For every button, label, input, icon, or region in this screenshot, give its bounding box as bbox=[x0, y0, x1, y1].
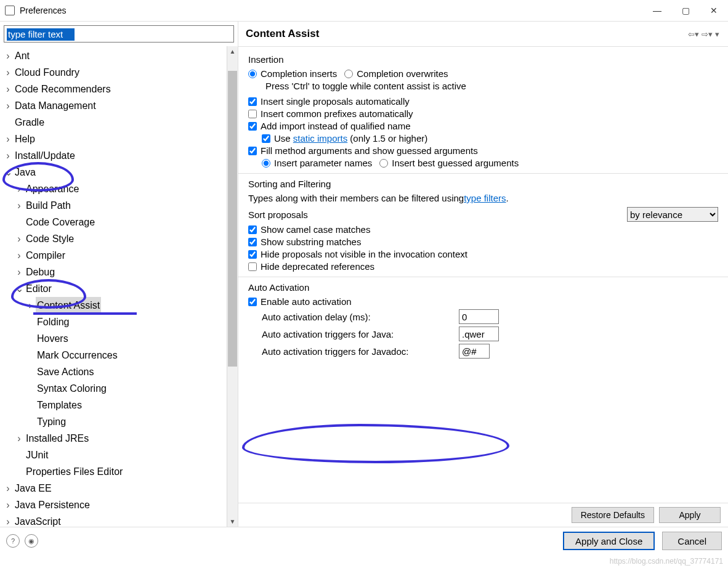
nav-back-icon[interactable]: ⇦▾ bbox=[687, 30, 700, 39]
tree-item[interactable]: ›Help bbox=[4, 131, 220, 147]
tree-item-label: Mark Occurrences bbox=[36, 347, 119, 363]
cb-add-import[interactable] bbox=[248, 122, 257, 131]
statusbar: ? ◉ Apply and Close Cancel bbox=[0, 527, 728, 554]
chevron-down-icon[interactable]: ⌄ bbox=[4, 164, 12, 181]
tree-item[interactable]: ›Content Assist bbox=[4, 297, 220, 314]
tree-item[interactable]: Folding bbox=[4, 314, 220, 330]
cb-enable-auto[interactable] bbox=[248, 298, 257, 306]
tree-item[interactable]: ›Data Management bbox=[4, 97, 220, 114]
scroll-down-icon[interactable]: ▼ bbox=[227, 516, 238, 527]
cancel-button[interactable]: Cancel bbox=[662, 532, 722, 550]
apply-button[interactable]: Apply bbox=[659, 507, 721, 523]
chevron-right-icon[interactable]: › bbox=[4, 64, 12, 81]
chevron-right-icon[interactable]: › bbox=[4, 480, 12, 497]
cb-hide-deprecated[interactable] bbox=[248, 262, 257, 271]
tree-item[interactable]: ›Code Style bbox=[4, 230, 220, 247]
tree-item[interactable]: ›Installed JREs bbox=[4, 430, 220, 447]
tree-item-label: Editor bbox=[25, 280, 53, 297]
tree-item[interactable]: ›Ant bbox=[4, 47, 220, 64]
input-delay[interactable] bbox=[459, 309, 499, 324]
chevron-right-icon[interactable]: › bbox=[15, 181, 23, 197]
link-type-filters[interactable]: type filters bbox=[464, 193, 506, 203]
record-icon[interactable]: ◉ bbox=[25, 534, 38, 548]
tree-item[interactable]: ›Compiler bbox=[4, 247, 220, 264]
tree-item-label: Content Assist bbox=[36, 297, 101, 314]
chevron-right-icon[interactable]: › bbox=[4, 81, 12, 97]
chevron-right-icon[interactable]: › bbox=[15, 430, 23, 447]
nav-menu-icon[interactable]: ▾ bbox=[714, 30, 721, 39]
restore-defaults-button[interactable]: Restore Defaults bbox=[572, 507, 654, 523]
chevron-right-icon[interactable]: › bbox=[4, 131, 12, 147]
chevron-right-icon[interactable]: › bbox=[26, 297, 34, 314]
cb-single-proposals[interactable] bbox=[248, 97, 257, 106]
tree-item[interactable]: Templates bbox=[4, 397, 220, 413]
cb-static-imports[interactable] bbox=[262, 134, 270, 143]
tree-item[interactable]: ⌄Java bbox=[4, 164, 220, 181]
chevron-right-icon[interactable]: › bbox=[4, 97, 12, 114]
tree-item-label: Install/Update bbox=[14, 147, 76, 164]
chevron-right-icon[interactable]: › bbox=[15, 197, 23, 214]
tree-item-label: Code Coverage bbox=[25, 214, 96, 230]
content-header: Content Assist ⇦▾ ⇨▾ ▾ bbox=[238, 22, 728, 47]
tree-item[interactable]: ›Java EE bbox=[4, 480, 220, 497]
close-button[interactable]: ✕ bbox=[700, 0, 728, 21]
chevron-right-icon[interactable]: › bbox=[15, 264, 23, 280]
tree-item[interactable]: ›JavaScript bbox=[4, 513, 220, 527]
radio-best-guessed[interactable] bbox=[379, 159, 388, 168]
tree-item[interactable]: ›Java Persistence bbox=[4, 497, 220, 513]
tree-item-label: Java Persistence bbox=[14, 497, 91, 513]
tree: ›Ant›Cloud Foundry›Code Recommenders›Dat… bbox=[0, 46, 238, 527]
scrollbar[interactable]: ▲ ▼ bbox=[227, 46, 238, 527]
tree-item[interactable]: ›Appearance bbox=[4, 181, 220, 197]
content-body: Insertion Completion inserts Completion … bbox=[238, 47, 728, 503]
tree-item-label: Help bbox=[14, 131, 36, 147]
tree-item[interactable]: ›Cloud Foundry bbox=[4, 64, 220, 81]
apply-close-button[interactable]: Apply and Close bbox=[563, 532, 655, 550]
chevron-right-icon[interactable]: › bbox=[4, 147, 12, 164]
radio-param-names[interactable] bbox=[262, 159, 270, 168]
chevron-right-icon[interactable]: › bbox=[4, 47, 12, 64]
tree-item[interactable]: JUnit bbox=[4, 447, 220, 463]
nav-fwd-icon[interactable]: ⇨▾ bbox=[700, 30, 714, 39]
tree-item[interactable]: Code Coverage bbox=[4, 214, 220, 230]
tree-item[interactable]: ›Install/Update bbox=[4, 147, 220, 164]
chevron-right-icon[interactable]: › bbox=[15, 247, 23, 264]
tree-item-label: Properties Files Editor bbox=[25, 463, 124, 480]
radio-completion-inserts[interactable] bbox=[248, 70, 257, 78]
input-triggers-javadoc[interactable] bbox=[459, 344, 490, 359]
tree-item[interactable]: ›Build Path bbox=[4, 197, 220, 214]
tree-item-label: JUnit bbox=[25, 447, 49, 463]
tree-item-label: Syntax Coloring bbox=[36, 380, 108, 397]
input-triggers-java[interactable] bbox=[459, 327, 499, 341]
cb-common-prefixes[interactable] bbox=[248, 110, 257, 118]
tree-item[interactable]: ›Code Recommenders bbox=[4, 81, 220, 97]
cb-substring[interactable] bbox=[248, 238, 257, 246]
help-icon[interactable]: ? bbox=[6, 534, 20, 548]
tree-item-label: Templates bbox=[36, 397, 83, 413]
tree-item[interactable]: Mark Occurrences bbox=[4, 347, 220, 363]
tree-item[interactable]: Properties Files Editor bbox=[4, 463, 220, 480]
filter-input[interactable] bbox=[4, 25, 234, 43]
tree-item[interactable]: Syntax Coloring bbox=[4, 380, 220, 397]
scroll-thumb[interactable] bbox=[228, 71, 237, 367]
cb-fill-args[interactable] bbox=[248, 147, 257, 155]
chevron-right-icon[interactable]: › bbox=[15, 230, 23, 247]
scroll-up-icon[interactable]: ▲ bbox=[227, 46, 238, 57]
minimize-button[interactable]: — bbox=[643, 0, 671, 21]
maximize-button[interactable]: ▢ bbox=[671, 0, 700, 21]
chevron-right-icon[interactable]: › bbox=[4, 497, 12, 513]
tree-item[interactable]: Save Actions bbox=[4, 363, 220, 380]
chevron-down-icon[interactable]: ⌄ bbox=[15, 280, 23, 297]
cb-camel[interactable] bbox=[248, 225, 257, 234]
tree-item[interactable]: Hovers bbox=[4, 330, 220, 347]
link-static-imports[interactable]: static imports bbox=[293, 133, 347, 144]
tree-item[interactable]: Gradle bbox=[4, 114, 220, 131]
chevron-right-icon[interactable]: › bbox=[4, 513, 12, 527]
cb-hide-invisible[interactable] bbox=[248, 250, 257, 259]
tree-item[interactable]: Typing bbox=[4, 413, 220, 430]
radio-completion-overwrites[interactable] bbox=[344, 70, 353, 78]
lbl-add-import: Add import instead of qualified name bbox=[261, 121, 410, 131]
tree-item[interactable]: ›Debug bbox=[4, 264, 220, 280]
tree-item[interactable]: ⌄Editor bbox=[4, 280, 220, 297]
select-sort-proposals[interactable]: by relevance bbox=[627, 207, 718, 222]
